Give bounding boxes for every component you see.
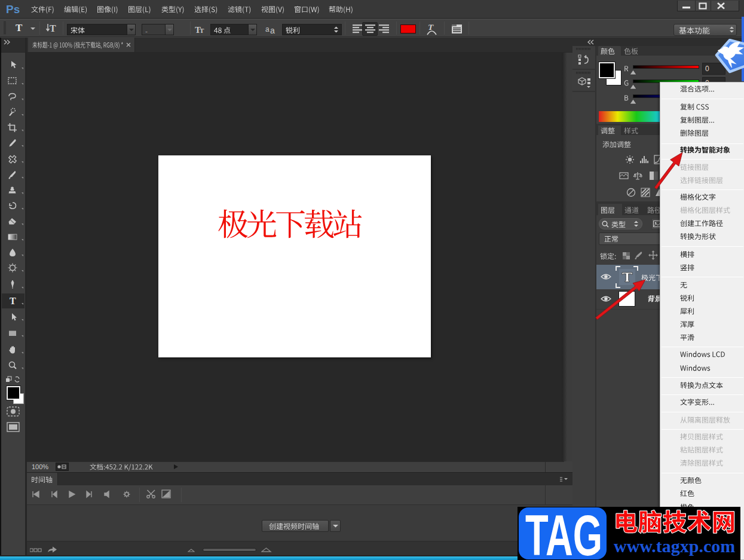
svg-text:T: T: [427, 23, 434, 32]
svg-text:T: T: [50, 23, 56, 33]
svg-text:a: a: [270, 26, 275, 34]
svg-text:T: T: [200, 27, 204, 34]
svg-text:T: T: [10, 296, 16, 306]
svg-text:a: a: [265, 25, 270, 33]
